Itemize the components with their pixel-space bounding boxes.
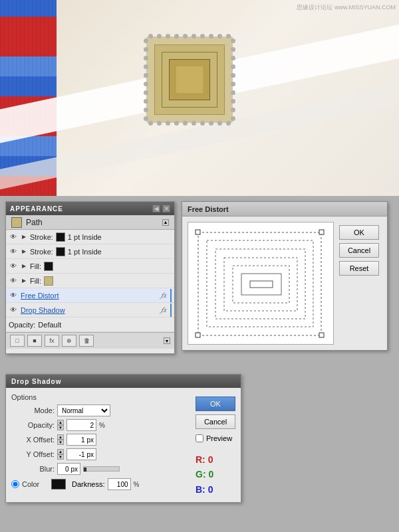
drop-shadow-panel: Drop Shadow Options Mode: Normal Opacity… xyxy=(5,374,241,503)
appearance-row-stroke-2[interactable]: 👁 ▶ Stroke: 1 pt Inside xyxy=(6,244,174,259)
x-spin-down[interactable]: ▼ xyxy=(57,440,64,445)
rgb-b-label: B: 0 xyxy=(196,482,213,497)
preview-checkbox[interactable] xyxy=(196,434,203,442)
stroke-label-1: Stroke: xyxy=(30,233,53,241)
free-distort-ok-btn[interactable]: OK xyxy=(339,225,379,240)
stamp-border-3 xyxy=(169,59,210,100)
stroke-swatch-2 xyxy=(56,247,65,256)
rgb-r-label: R: 0 xyxy=(196,452,213,467)
blur-slider[interactable] xyxy=(83,466,120,472)
appearance-title: APPEARANCE xyxy=(10,205,63,213)
x-spin-up[interactable]: ▲ xyxy=(57,434,64,440)
add-new-fill-btn[interactable]: ■ xyxy=(27,335,42,347)
free-distort-link[interactable]: Free Distort xyxy=(21,292,59,300)
perforations-right xyxy=(231,37,235,123)
y-spin-down[interactable]: ▼ xyxy=(57,454,64,460)
appearance-row-opacity[interactable]: Opacity: Default xyxy=(6,317,174,332)
blur-input[interactable] xyxy=(57,463,80,475)
perforations-top xyxy=(146,34,233,39)
watermark: 思缘设计论坛 www.MISSYUAN.COM xyxy=(297,3,396,12)
drop-shadow-titlebar: Drop Shadow xyxy=(6,375,241,388)
fx-icon-1: 𝑓𝑥 xyxy=(161,291,166,300)
color-row: Color Darkness: % xyxy=(11,478,189,490)
path-header-row: Path ▲ xyxy=(6,215,174,230)
fill-label-2: Fill: xyxy=(30,277,41,285)
free-distort-canvas[interactable] xyxy=(188,222,334,345)
visibility-icon-3[interactable]: 👁 xyxy=(9,262,18,271)
appearance-footer: □ ■ fx ⊕ 🗑 ▼ xyxy=(6,332,174,349)
nested-squares-svg xyxy=(188,222,334,345)
appearance-row-fill-2[interactable]: 👁 ▶ Fill: xyxy=(6,274,174,288)
drop-shadow-link[interactable]: Drop Shadow xyxy=(21,306,65,314)
panel-close-btn[interactable]: ✕ xyxy=(162,205,170,213)
stamp-bg xyxy=(146,37,233,123)
x-offset-label: X Offset: xyxy=(11,436,55,444)
expand-arrow-3[interactable]: ▶ xyxy=(21,263,27,270)
add-new-stroke-btn[interactable]: □ xyxy=(10,335,25,347)
color-radio[interactable] xyxy=(11,480,19,488)
opacity-input[interactable] xyxy=(66,419,96,431)
fx-line-1 xyxy=(170,289,172,302)
duplicate-btn[interactable]: ⊕ xyxy=(62,335,76,347)
appearance-titlebar: APPEARANCE ◀ ✕ xyxy=(6,202,174,215)
color-swatch[interactable] xyxy=(51,479,66,489)
bottom-area: Drop Shadow Options Mode: Normal Opacity… xyxy=(0,369,399,532)
visibility-icon-5[interactable]: 👁 xyxy=(9,291,18,300)
visibility-icon-1[interactable]: 👁 xyxy=(9,232,18,242)
visibility-icon-2[interactable]: 👁 xyxy=(9,247,18,256)
appearance-row-drop-shadow[interactable]: 👁 Drop Shadow 𝑓𝑥 xyxy=(6,303,174,317)
free-distort-titlebar: Free Distort xyxy=(182,202,387,217)
opacity-spin-up[interactable]: ▲ xyxy=(57,420,64,425)
stroke-detail-1: 1 pt Inside xyxy=(68,233,102,241)
preview-row: Preview xyxy=(196,434,232,442)
expand-arrow-2[interactable]: ▶ xyxy=(21,248,27,255)
panel-collapse-btn[interactable]: ◀ xyxy=(152,205,160,213)
fill-label-1: Fill: xyxy=(30,262,41,270)
svg-rect-7 xyxy=(196,230,200,234)
visibility-icon-4[interactable]: 👁 xyxy=(9,276,18,286)
free-distort-title: Free Distort xyxy=(188,205,229,213)
drop-shadow-title: Drop Shadow xyxy=(11,378,61,385)
stroke-detail-2: 1 pt Inside xyxy=(68,248,102,256)
opacity-value: Default xyxy=(38,321,61,329)
middle-area: APPEARANCE ◀ ✕ Path ▲ 👁 ▶ Stroke: 1 pt I… xyxy=(0,196,399,369)
panel-controls: ◀ ✕ xyxy=(152,205,170,213)
darkness-input[interactable] xyxy=(108,478,131,490)
opacity-spin-down[interactable]: ▼ xyxy=(57,425,64,430)
delete-btn[interactable]: 🗑 xyxy=(79,335,94,347)
appearance-row-free-distort[interactable]: 👁 Free Distort 𝑓𝑥 xyxy=(6,288,174,303)
svg-rect-8 xyxy=(319,230,324,234)
y-spin-up[interactable]: ▲ xyxy=(57,449,64,454)
expand-arrow-1[interactable]: ▶ xyxy=(21,234,27,240)
visibility-icon-6[interactable]: 👁 xyxy=(9,306,18,315)
opacity-unit: % xyxy=(99,422,105,429)
y-offset-spinner[interactable]: ▲ ▼ xyxy=(57,449,64,460)
x-offset-row: X Offset: ▲ ▼ xyxy=(11,434,189,446)
scroll-arrow-down[interactable]: ▼ xyxy=(164,337,170,344)
drop-shadow-body: Options Mode: Normal Opacity: ▲ ▼ xyxy=(6,388,241,502)
stroke-swatch-1 xyxy=(56,232,65,242)
x-offset-spinner[interactable]: ▲ ▼ xyxy=(57,434,64,445)
y-offset-input[interactable] xyxy=(66,448,96,460)
drop-shadow-ok-btn[interactable]: OK xyxy=(196,397,235,411)
appearance-panel: APPEARANCE ◀ ✕ Path ▲ 👁 ▶ Stroke: 1 pt I… xyxy=(5,201,175,354)
y-offset-label: Y Offset: xyxy=(11,450,55,458)
expand-arrow-4[interactable]: ▶ xyxy=(21,278,27,284)
free-distort-panel: Free Distort xyxy=(182,201,388,351)
blur-slider-handle[interactable] xyxy=(84,468,86,472)
mode-select[interactable]: Normal xyxy=(57,404,110,416)
mode-row: Mode: Normal xyxy=(11,404,189,416)
free-distort-cancel-btn[interactable]: Cancel xyxy=(339,243,379,258)
scroll-arrow-up[interactable]: ▲ xyxy=(162,219,169,226)
rgb-values: R: 0 G: 0 B: 0 xyxy=(196,452,213,497)
free-distort-reset-btn[interactable]: Reset xyxy=(339,261,379,276)
fx-effects-btn[interactable]: fx xyxy=(45,335,59,347)
opacity-spinner[interactable]: ▲ ▼ xyxy=(57,420,64,430)
drop-shadow-cancel-btn[interactable]: Cancel xyxy=(196,414,235,429)
fill-swatch-2 xyxy=(44,276,53,286)
appearance-row-stroke-1[interactable]: 👁 ▶ Stroke: 1 pt Inside xyxy=(6,230,174,244)
x-offset-input[interactable] xyxy=(66,434,96,446)
blur-row: Blur: xyxy=(11,463,189,475)
appearance-row-fill-1[interactable]: 👁 ▶ Fill: xyxy=(6,259,174,274)
perforations-left xyxy=(144,37,148,123)
